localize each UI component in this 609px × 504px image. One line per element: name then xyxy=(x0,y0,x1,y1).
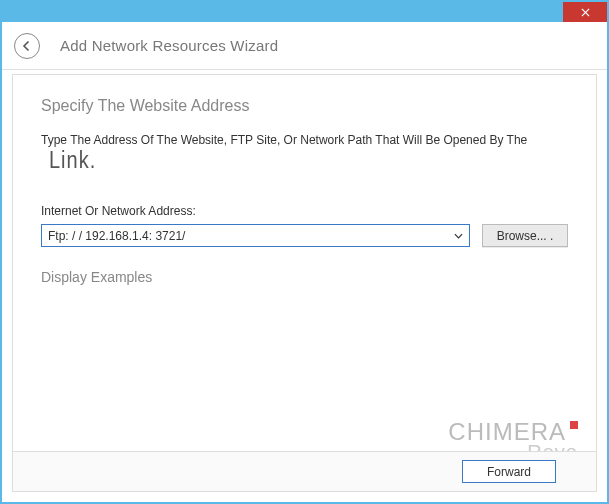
back-button[interactable] xyxy=(14,33,40,59)
footer-bar: Forward xyxy=(13,451,596,491)
back-arrow-icon xyxy=(21,40,33,52)
titlebar xyxy=(2,2,607,22)
forward-button[interactable]: Forward xyxy=(462,460,556,483)
browse-button[interactable]: Browse... . xyxy=(482,224,568,247)
watermark-line1: CHIMERA xyxy=(448,418,566,445)
address-combobox[interactable] xyxy=(41,224,470,247)
dropdown-button[interactable] xyxy=(450,227,467,244)
close-icon xyxy=(581,8,590,17)
page-heading: Specify The Website Address xyxy=(41,97,568,116)
window-frame: Add Network Resources Wizard Specify The… xyxy=(0,0,609,504)
wizard-title: Add Network Resources Wizard xyxy=(60,37,278,54)
address-input[interactable] xyxy=(41,224,470,247)
content-panel: Specify The Website Address Type The Add… xyxy=(12,74,597,492)
instruction-text: Type The Address Of The Website, FTP Sit… xyxy=(41,133,568,147)
header-row: Add Network Resources Wizard xyxy=(2,22,607,70)
watermark-dot-icon xyxy=(570,421,578,429)
address-row: Browse... . xyxy=(41,224,568,247)
instruction-trail: Link. xyxy=(49,147,96,173)
address-label: Internet Or Network Address: xyxy=(41,204,568,218)
close-button[interactable] xyxy=(563,2,607,22)
display-examples-link[interactable]: Display Examples xyxy=(41,269,568,285)
chevron-down-icon xyxy=(454,233,463,239)
